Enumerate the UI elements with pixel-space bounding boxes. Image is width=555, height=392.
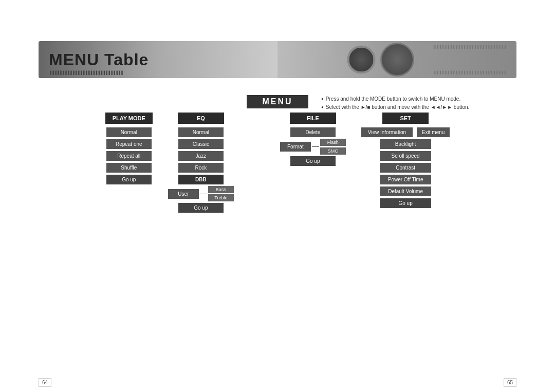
set-contrast: Contrast — [380, 163, 431, 173]
eq-bass: Bass — [208, 186, 234, 193]
set-column: SET View Information Exit menu Backlight… — [361, 113, 450, 209]
eq-treble: Treble — [208, 194, 234, 201]
set-scroll-speed: Scroll speed — [380, 151, 431, 161]
page-number-right: 65 — [504, 378, 516, 387]
file-smc: SMC — [320, 147, 346, 155]
eq-classic: Classic — [178, 139, 224, 149]
set-backlight: Backlight — [380, 139, 431, 149]
file-format-row: Format Flash SMC — [280, 138, 346, 155]
play-repeat-one: Repeat one — [106, 139, 152, 149]
play-mode-column: PLAY MODE Normal Repeat one Repeat all S… — [105, 113, 153, 185]
menu-title: MENU — [247, 95, 308, 108]
header-banner: MENU Table ▐▐▐▐▐▐▐▐▐▐▐▐▐▐▐▐▐▐▐▐▐▐▐▐▐▐▐▐▐… — [39, 41, 516, 78]
play-normal: Normal — [106, 127, 152, 137]
set-power-off: Power Off Time — [380, 175, 431, 184]
banner-title: MENU Table — [49, 50, 149, 69]
file-header: FILE — [290, 113, 336, 124]
file-flash: Flash — [320, 139, 346, 146]
set-header-row: SET — [382, 113, 429, 126]
eq-user-row: User Bass Treble — [168, 185, 234, 202]
set-go-up: Go up — [380, 198, 431, 208]
set-default-vol: Default Volume — [380, 186, 431, 196]
file-delete: Delete — [290, 127, 336, 137]
play-go-up: Go up — [106, 175, 152, 184]
user-sub-items: Bass Treble — [208, 185, 234, 202]
play-repeat-all: Repeat all — [106, 151, 152, 161]
eq-column: EQ Normal Classic Jazz Rock DBB User Bas… — [168, 113, 234, 214]
file-go-up: Go up — [290, 156, 336, 166]
eq-dbb: DBB — [178, 175, 224, 184]
eq-rock: Rock — [178, 163, 224, 173]
set-view-info: View Information — [361, 127, 413, 137]
eq-jazz: Jazz — [178, 151, 224, 161]
main-content: ● Press and hold the MODE button to swit… — [39, 95, 516, 361]
banner-right: ▐▐▐▐▐▐▐▐▐▐▐▐▐▐▐▐▐▐▐▐▐▐▐▐▐▐▐ ▐▐▐▐▐▐▐▐▐▐▐▐… — [278, 41, 516, 78]
banner-left: MENU Table ▐▐▐▐▐▐▐▐▐▐▐▐▐▐▐▐▐▐▐▐▐▐▐▐▐▐▐▐▐ — [39, 41, 278, 78]
format-sub-items: Flash SMC — [320, 138, 346, 155]
page-number-left: 64 — [39, 378, 51, 387]
exit-menu-btn: Exit menu — [417, 127, 450, 137]
set-header: SET — [382, 113, 429, 124]
eq-user: User — [168, 189, 199, 199]
play-shuffle: Shuffle — [106, 163, 152, 173]
instruction-line2: Select with the ►/■ button and move with… — [326, 103, 470, 111]
play-mode-header: PLAY MODE — [105, 113, 153, 124]
diagram-area: PLAY MODE Normal Repeat one Repeat all S… — [39, 113, 516, 214]
instruction-line1: Press and hold the MODE button to switch… — [326, 95, 460, 103]
file-column: FILE Delete Format Flash SMC Go up — [280, 113, 346, 167]
eq-header: EQ — [178, 113, 224, 124]
set-view-row: View Information Exit menu — [361, 126, 450, 138]
instructions: ● Press and hold the MODE button to swit… — [321, 95, 516, 111]
file-format: Format — [280, 142, 311, 152]
eq-go-up: Go up — [178, 203, 224, 213]
eq-normal: Normal — [178, 127, 224, 137]
banner-subtitle: ▐▐▐▐▐▐▐▐▐▐▐▐▐▐▐▐▐▐▐▐▐▐▐▐▐▐▐▐▐ — [49, 71, 123, 74]
